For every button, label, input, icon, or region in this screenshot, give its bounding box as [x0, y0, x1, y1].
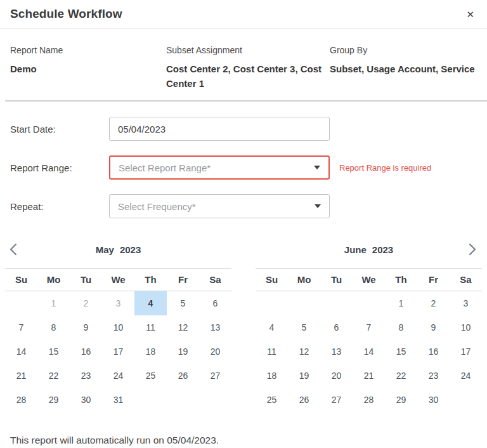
report-range-label: Report Range: [10, 162, 109, 173]
calendar-day[interactable]: 17 [450, 339, 482, 364]
weekday-header: Fr [167, 269, 199, 291]
calendar-day[interactable]: 3 [102, 291, 134, 315]
calendar-day[interactable]: 20 [320, 364, 353, 388]
repeat-select[interactable]: Select Frequency* [109, 194, 330, 218]
calendar-day[interactable]: 8 [37, 315, 70, 339]
calendar-day[interactable]: 21 [353, 364, 385, 388]
calendar-day[interactable]: 26 [288, 388, 320, 412]
summary-value: Subset, Usage Account, Service [330, 62, 477, 76]
calendar-day[interactable]: 23 [417, 364, 450, 388]
calendar-day[interactable]: 7 [353, 315, 385, 339]
weekday-header-row: SuMoTuWeThFrSa [256, 268, 482, 291]
calendar-day[interactable]: 26 [167, 364, 199, 388]
calendar-day[interactable]: 4 [256, 315, 288, 339]
summary-subset-assignment: Subset Assignment Cost Center 2, Cost Ce… [166, 45, 330, 91]
chevron-down-icon [315, 204, 321, 208]
next-month-button[interactable] [464, 242, 479, 257]
calendar-day[interactable]: 3 [450, 291, 482, 315]
repeat-row: Repeat: Select Frequency* [10, 194, 477, 218]
calendar-day[interactable]: 25 [134, 364, 167, 388]
calendar-day[interactable]: 13 [199, 315, 231, 339]
calendar-day[interactable]: 15 [37, 339, 70, 364]
previous-month-button[interactable] [6, 242, 22, 257]
calendar-day[interactable]: 12 [167, 315, 199, 339]
calendar-day[interactable]: 25 [256, 388, 288, 412]
calendar-day[interactable]: 14 [353, 339, 385, 364]
calendar-day[interactable]: 29 [385, 388, 417, 412]
calendar-day[interactable]: 28 [353, 388, 385, 412]
calendar-day[interactable]: 23 [70, 364, 102, 388]
weekday-header: Tu [70, 269, 102, 291]
calendar-june: June2023 SuMoTuWeThFrSa 1234567891011121… [256, 242, 482, 412]
calendar-day[interactable]: 19 [167, 339, 199, 364]
dialog-header: Schedule Workflow ✕ [0, 0, 487, 29]
weekday-header: Th [134, 269, 167, 291]
calendar-day[interactable]: 5 [288, 315, 320, 339]
calendar-may: May2023 SuMoTuWeThFrSa 12345678910111213… [5, 242, 231, 412]
calendar-day[interactable]: 18 [256, 364, 288, 388]
start-date-value: 05/04/2023 [118, 124, 166, 135]
report-range-placeholder: Select Report Range* [119, 162, 211, 173]
calendar-day[interactable]: 12 [288, 339, 320, 364]
calendar-day[interactable]: 22 [385, 364, 417, 388]
calendar-day[interactable]: 19 [288, 364, 320, 388]
calendar-day[interactable]: 15 [385, 339, 417, 364]
calendar-day[interactable]: 10 [102, 315, 134, 339]
calendar-day[interactable]: 7 [5, 315, 37, 339]
report-range-error: Report Range is required [339, 163, 431, 173]
calendar-week-row: 28293031 [5, 388, 231, 412]
calendar-day[interactable]: 29 [37, 388, 70, 412]
calendar-day[interactable]: 20 [199, 339, 231, 364]
calendar-day[interactable]: 11 [256, 339, 288, 364]
calendar-day[interactable]: 16 [70, 339, 102, 364]
calendar-day[interactable]: 1 [385, 291, 417, 315]
calendar-day[interactable]: 1 [37, 291, 70, 315]
calendar-day[interactable]: 13 [320, 339, 353, 364]
calendar-day[interactable]: 30 [417, 388, 450, 412]
calendar-day[interactable]: 21 [5, 364, 37, 388]
calendar-day[interactable]: 24 [102, 364, 134, 388]
calendar-week-row: 18192021222324 [256, 364, 482, 388]
calendar-day[interactable]: 11 [134, 315, 167, 339]
auto-run-note: This report will automatically run on 05… [0, 412, 487, 446]
calendar-day[interactable]: 16 [417, 339, 450, 364]
summary-report-name: Report Name Demo [10, 45, 166, 91]
calendar-day[interactable]: 6 [199, 291, 231, 315]
calendar-day[interactable]: 5 [167, 291, 199, 315]
calendar-day[interactable]: 31 [102, 388, 134, 412]
summary-value: Cost Center 2, Cost Center 3, Cost Cente… [166, 62, 325, 91]
calendar-day[interactable]: 27 [320, 388, 353, 412]
calendar-day[interactable]: 4 [134, 291, 167, 315]
calendar-day[interactable]: 2 [70, 291, 102, 315]
schedule-form: Start Date: 05/04/2023 Report Range: Sel… [0, 102, 487, 218]
close-icon[interactable]: ✕ [466, 10, 474, 19]
calendar-day[interactable]: 14 [5, 339, 37, 364]
calendar-day[interactable]: 22 [37, 364, 70, 388]
month-name: May [96, 244, 114, 255]
calendar-day[interactable]: 27 [199, 364, 231, 388]
summary-group-by: Group By Subset, Usage Account, Service [330, 45, 477, 91]
calendar-week-row: 252627282930 [256, 388, 482, 412]
calendar-day[interactable]: 8 [385, 315, 417, 339]
month-year: 2023 [372, 244, 393, 255]
start-date-input[interactable]: 05/04/2023 [109, 117, 330, 141]
calendar-day[interactable]: 10 [450, 315, 482, 339]
weekday-header: Mo [288, 269, 320, 291]
calendar-day[interactable]: 9 [417, 315, 450, 339]
calendar-day[interactable]: 28 [5, 388, 37, 412]
calendar-day-empty [199, 388, 231, 412]
calendar-day[interactable]: 9 [70, 315, 102, 339]
weekday-header: Th [385, 269, 417, 291]
chevron-down-icon [314, 166, 320, 169]
calendar-day[interactable]: 2 [417, 291, 450, 315]
calendar-day[interactable]: 24 [450, 364, 482, 388]
report-range-select[interactable]: Select Report Range* [109, 155, 330, 180]
chevron-left-icon [6, 248, 22, 259]
weekday-header: Tu [320, 269, 353, 291]
weekday-header-row: SuMoTuWeThFrSa [5, 268, 231, 291]
calendar-day[interactable]: 18 [134, 339, 167, 364]
calendar-day[interactable]: 30 [70, 388, 102, 412]
calendar-day[interactable]: 17 [102, 339, 134, 364]
calendar-day[interactable]: 6 [320, 315, 353, 339]
weekday-header: Mo [37, 269, 70, 291]
